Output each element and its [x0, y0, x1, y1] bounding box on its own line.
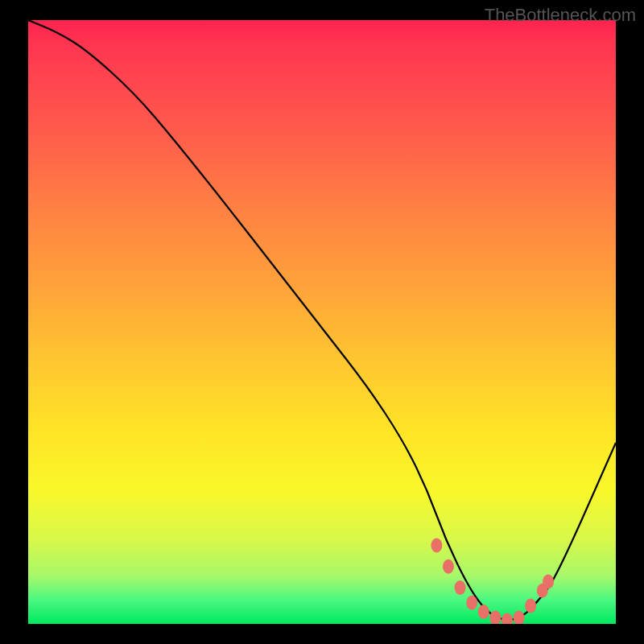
highlight-dot [478, 605, 489, 619]
highlight-dot [543, 575, 554, 589]
highlight-dot [489, 611, 501, 625]
chart-svg [28, 20, 616, 624]
bottleneck-curve-line [28, 20, 616, 620]
highlight-dot [502, 613, 513, 625]
chart-plot-area [28, 20, 616, 624]
highlight-dot [455, 580, 466, 595]
highlight-dot [443, 559, 454, 574]
watermark-text: TheBottleneck.com [485, 5, 636, 26]
highlight-dot [525, 599, 536, 613]
highlight-dots-group [431, 539, 554, 625]
highlight-dot [431, 539, 442, 553]
highlight-dot [466, 596, 477, 610]
highlight-dot [514, 611, 525, 625]
